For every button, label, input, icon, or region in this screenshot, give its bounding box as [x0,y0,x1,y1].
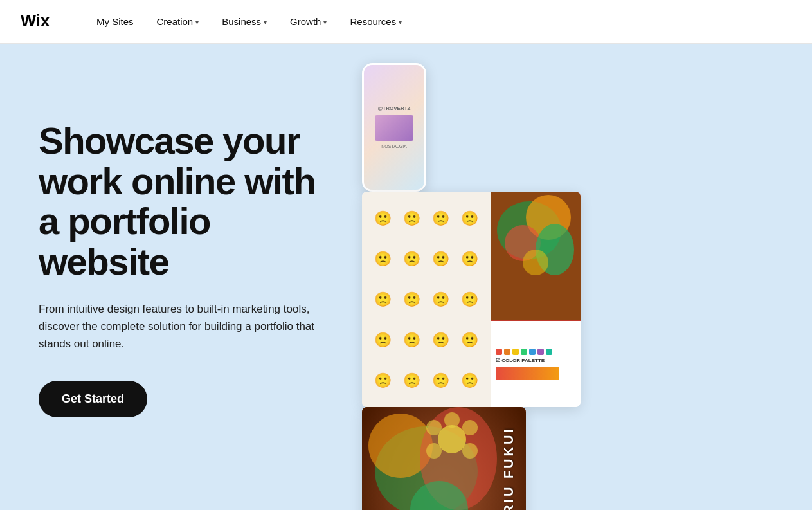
navbar: Wix My Sites Creation ▾ Business ▾ Growt… [0,0,812,44]
smiley-grid: 🙁 🙁 🙁 🙁 🙁 🙁 🙁 🙁 🙁 🙁 🙁 🙁 🙁 🙁 🙁 🙁 [362,192,491,407]
phone-screen: @TROVERTZ NOSTALGIA [364,65,424,190]
smiley-swatches: ☑ COLOR PALETTE [491,321,581,407]
svg-point-14 [438,425,466,453]
floral-inner: RIU FUKUI [362,407,526,510]
hero-section: Showcase your work online with a portfol… [0,44,812,510]
svg-point-15 [444,412,460,428]
floral-title: RIU FUKUI [501,426,516,510]
hero-content: Showcase your work online with a portfol… [0,44,360,510]
nav-growth[interactable]: Growth ▾ [278,0,338,44]
logo[interactable]: Wix [21,12,59,32]
chevron-down-icon: ▾ [399,19,402,26]
phone-mockup: @TROVERTZ NOSTALGIA [362,63,426,192]
smiley-right-panel: ☑ COLOR PALETTE [491,192,581,407]
smiley-left-panel: 🙁 🙁 🙁 🙁 🙁 🙁 🙁 🙁 🙁 🙁 🙁 🙁 🙁 🙁 🙁 🙁 [362,192,491,407]
nav-creation[interactable]: Creation ▾ [145,0,211,44]
svg-point-17 [462,443,478,459]
chevron-down-icon: ▾ [264,19,267,26]
smiley-collage: 🙁 🙁 🙁 🙁 🙁 🙁 🙁 🙁 🙁 🙁 🙁 🙁 🙁 🙁 🙁 🙁 [362,192,581,407]
smiley-floral [491,192,581,321]
svg-text:Wix: Wix [21,12,50,30]
floral-svg [491,192,581,320]
chevron-down-icon: ▾ [195,19,199,26]
nav-resources[interactable]: Resources ▾ [338,0,413,44]
floral-poster: RIU FUKUI [362,407,526,510]
svg-point-16 [462,420,478,435]
color-swatches [496,349,575,355]
gradient-bar [496,367,559,380]
hero-title: Showcase your work online with a portfol… [39,121,321,282]
wix-logo-svg: Wix [21,12,59,30]
svg-point-18 [426,443,442,459]
svg-point-19 [426,420,442,435]
chevron-down-icon: ▾ [323,19,327,26]
get-started-button[interactable]: Get Started [39,381,147,417]
hero-image-collage: @TROVERTZ NOSTALGIA 🙁 🙁 🙁 🙁 🙁 🙁 🙁 🙁 [362,63,812,510]
nav-business[interactable]: Business ▾ [210,0,278,44]
hero-subtitle: From intuitive design features to built-… [39,300,321,353]
svg-point-6 [523,250,548,275]
nav-my-sites[interactable]: My Sites [85,0,145,44]
nav-links: My Sites Creation ▾ Business ▾ Growth ▾ … [85,0,413,44]
